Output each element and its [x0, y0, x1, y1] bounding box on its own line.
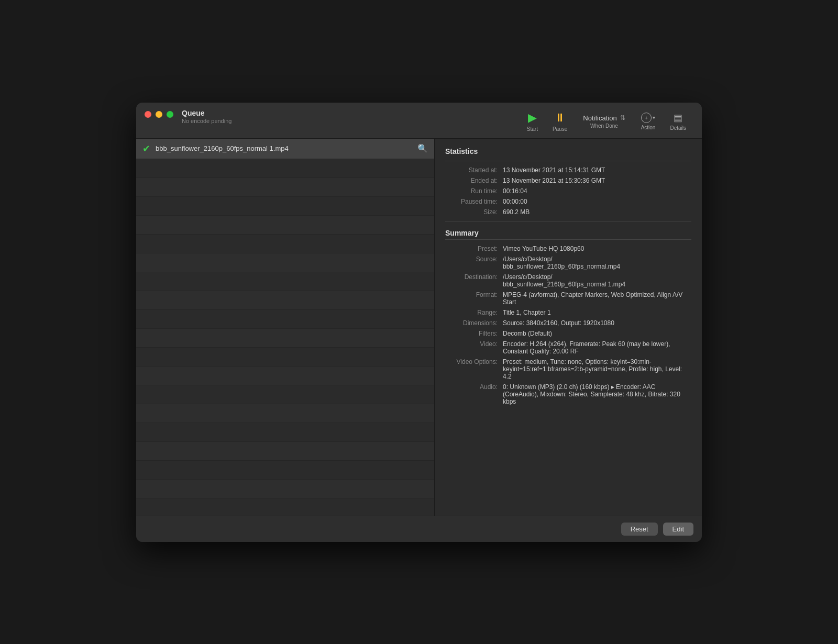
- notification-arrows-icon: ⇅: [620, 114, 625, 121]
- queue-empty-row: [136, 235, 434, 253]
- queue-empty-row: [136, 480, 434, 498]
- destination-label: Destination:: [445, 273, 503, 288]
- minimize-button[interactable]: [156, 111, 162, 118]
- queue-empty-row: [136, 291, 434, 310]
- queue-filename: bbb_sunflower_2160p_60fps_normal 1.mp4: [156, 145, 417, 152]
- preset-value: Vimeo YouTube HQ 1080p60: [503, 245, 691, 252]
- audio-label: Audio:: [445, 383, 503, 405]
- filters-value: Decomb (Default): [503, 330, 691, 337]
- queue-empty-row: [136, 329, 434, 348]
- pause-label: Pause: [553, 126, 567, 132]
- run-time-row: Run time: 00:16:04: [445, 187, 691, 195]
- video-label: Video:: [445, 340, 503, 355]
- start-label: Start: [527, 126, 538, 132]
- source-value: /Users/c/Desktop/bbb_sunflower_2160p_60f…: [503, 256, 691, 270]
- format-row: Format: MPEG-4 (avformat), Chapter Marke…: [445, 291, 691, 306]
- format-label: Format:: [445, 291, 503, 306]
- complete-check-icon: ✔: [142, 143, 150, 154]
- started-at-value: 13 November 2021 at 15:14:31 GMT: [503, 166, 691, 174]
- details-label: Details: [670, 125, 686, 131]
- range-row: Range: Title 1, Chapter 1: [445, 309, 691, 316]
- run-time-label: Run time:: [445, 187, 503, 195]
- window-title: Queue No encode pending: [182, 109, 231, 124]
- queue-empty-row: [136, 367, 434, 385]
- pause-icon: ⏸: [554, 111, 566, 125]
- close-button[interactable]: [145, 111, 151, 118]
- ended-at-value: 13 November 2021 at 15:30:36 GMT: [503, 177, 691, 184]
- action-icons: + ▾: [641, 113, 655, 123]
- summary-divider: [445, 221, 691, 221]
- destination-row: Destination: /Users/c/Desktop/bbb_sunflo…: [445, 273, 691, 288]
- paused-time-value: 00:00:00: [503, 198, 691, 205]
- maximize-button[interactable]: [167, 111, 173, 118]
- dimensions-label: Dimensions:: [445, 319, 503, 327]
- stats-panel: Statistics Started at: 13 November 2021 …: [435, 139, 702, 516]
- statistics-title: Statistics: [445, 147, 691, 156]
- queue-empty-row: [136, 216, 434, 235]
- bottom-bar: Reset Edit: [136, 516, 702, 542]
- queue-empty-row: [136, 348, 434, 367]
- video-options-label: Video Options:: [445, 358, 503, 380]
- paused-time-row: Paused time: 00:00:00: [445, 198, 691, 205]
- queue-empty-row: [136, 197, 434, 216]
- queue-item[interactable]: ✔ bbb_sunflower_2160p_60fps_normal 1.mp4…: [136, 139, 434, 159]
- source-row: Source: /Users/c/Desktop/bbb_sunflower_2…: [445, 256, 691, 270]
- destination-value: /Users/c/Desktop/bbb_sunflower_2160p_60f…: [503, 273, 691, 288]
- video-options-value: Preset: medium, Tune: none, Options: key…: [503, 358, 691, 380]
- action-button[interactable]: + ▾ Action: [634, 110, 663, 132]
- run-time-value: 00:16:04: [503, 187, 691, 195]
- size-value: 690.2 MB: [503, 208, 691, 216]
- window-title-text: Queue: [182, 109, 231, 117]
- queue-empty-row: [136, 253, 434, 272]
- audio-value: 0: Unknown (MP3) (2.0 ch) (160 kbps) ▸ E…: [503, 383, 691, 405]
- toolbar-right: ▶ Start ⏸ Pause Notification ⇅ When Done…: [520, 109, 693, 138]
- range-value: Title 1, Chapter 1: [503, 309, 691, 316]
- video-value: Encoder: H.264 (x264), Framerate: Peak 6…: [503, 340, 691, 355]
- audio-row: Audio: 0: Unknown (MP3) (2.0 ch) (160 kb…: [445, 383, 691, 405]
- filters-row: Filters: Decomb (Default): [445, 330, 691, 337]
- size-label: Size:: [445, 208, 503, 216]
- notification-row: Notification ⇅: [583, 114, 625, 122]
- summary-divider2: [445, 239, 691, 240]
- ended-at-label: Ended at:: [445, 177, 503, 184]
- details-button[interactable]: ▤ Details: [663, 110, 693, 133]
- queue-empty-row: [136, 159, 434, 178]
- window-subtitle: No encode pending: [182, 118, 231, 124]
- notification-value: Notification: [583, 114, 616, 122]
- format-value: MPEG-4 (avformat), Chapter Markers, Web …: [503, 291, 691, 306]
- dimensions-row: Dimensions: Source: 3840x2160, Output: 1…: [445, 319, 691, 327]
- source-label: Source:: [445, 256, 503, 270]
- preset-label: Preset:: [445, 245, 503, 252]
- paused-time-label: Paused time:: [445, 198, 503, 205]
- search-icon[interactable]: 🔍: [417, 143, 428, 153]
- queue-empty-row: [136, 385, 434, 404]
- edit-button[interactable]: Edit: [663, 523, 693, 536]
- ended-at-row: Ended at: 13 November 2021 at 15:30:36 G…: [445, 177, 691, 184]
- start-icon: ▶: [528, 111, 537, 125]
- start-button[interactable]: ▶ Start: [520, 109, 545, 134]
- queue-empty-row: [136, 272, 434, 291]
- content-area: ✔ bbb_sunflower_2160p_60fps_normal 1.mp4…: [136, 139, 702, 516]
- pause-button[interactable]: ⏸ Pause: [545, 109, 575, 134]
- reset-button[interactable]: Reset: [621, 523, 658, 536]
- dimensions-value: Source: 3840x2160, Output: 1920x1080: [503, 319, 691, 327]
- notification-dropdown[interactable]: Notification ⇅ When Done: [575, 112, 633, 131]
- queue-empty-row: [136, 423, 434, 442]
- started-at-label: Started at:: [445, 166, 503, 174]
- chevron-down-icon: ▾: [653, 115, 655, 120]
- filters-label: Filters:: [445, 330, 503, 337]
- range-label: Range:: [445, 309, 503, 316]
- action-plus-icon: +: [641, 113, 652, 123]
- traffic-lights: [145, 111, 173, 118]
- queue-empty-row: [136, 178, 434, 197]
- queue-empty-row: [136, 310, 434, 329]
- queue-list: ✔ bbb_sunflower_2160p_60fps_normal 1.mp4…: [136, 139, 435, 516]
- preset-row: Preset: Vimeo YouTube HQ 1080p60: [445, 245, 691, 252]
- video-options-row: Video Options: Preset: medium, Tune: non…: [445, 358, 691, 380]
- queue-empty-row: [136, 404, 434, 423]
- main-window: Queue No encode pending ▶ Start ⏸ Pause …: [136, 103, 702, 542]
- size-row: Size: 690.2 MB: [445, 208, 691, 216]
- details-icon: ▤: [674, 112, 682, 124]
- queue-empty-row: [136, 461, 434, 480]
- titlebar: Queue No encode pending ▶ Start ⏸ Pause …: [136, 103, 702, 139]
